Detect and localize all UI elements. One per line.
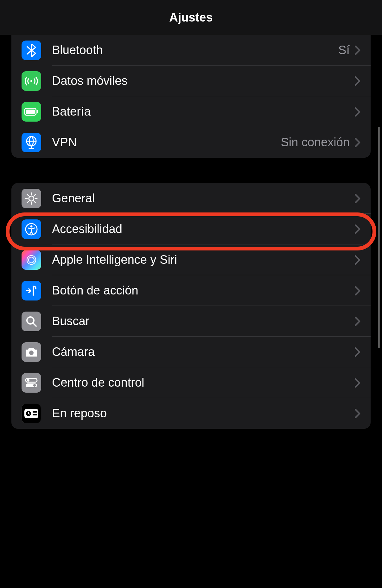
action-icon bbox=[22, 281, 41, 300]
svg-line-16 bbox=[34, 194, 35, 196]
bluetooth-icon bbox=[22, 41, 41, 60]
row-bluetooth[interactable]: Bluetooth Sí bbox=[11, 35, 371, 66]
svg-point-19 bbox=[30, 225, 33, 227]
row-battery[interactable]: Batería bbox=[11, 96, 371, 127]
svg-point-0 bbox=[30, 80, 32, 82]
svg-rect-31 bbox=[33, 411, 37, 413]
row-label: Bluetooth bbox=[52, 43, 338, 57]
row-label: En reposo bbox=[52, 407, 355, 420]
row-value: Sí bbox=[338, 43, 350, 57]
svg-point-26 bbox=[27, 379, 29, 382]
row-label: Buscar bbox=[52, 314, 355, 328]
row-label: General bbox=[52, 192, 355, 205]
search-icon bbox=[22, 312, 41, 331]
svg-line-23 bbox=[33, 323, 36, 326]
svg-rect-32 bbox=[33, 414, 37, 415]
row-value: Sin conexión bbox=[281, 136, 350, 149]
row-standby[interactable]: En reposo bbox=[11, 398, 371, 429]
gear-icon bbox=[22, 189, 41, 208]
svg-line-14 bbox=[27, 194, 29, 196]
row-control-center[interactable]: Centro de control bbox=[11, 367, 371, 398]
row-label: Apple Intelligence y Siri bbox=[52, 253, 355, 267]
row-label: Accesibilidad bbox=[52, 222, 355, 236]
globe-icon bbox=[22, 133, 41, 152]
settings-group-connectivity: Bluetooth Sí Datos móviles bbox=[11, 35, 371, 158]
row-label: Cámara bbox=[52, 345, 355, 359]
chevron-right-icon bbox=[355, 347, 360, 357]
scrollbar[interactable] bbox=[378, 127, 380, 348]
svg-point-24 bbox=[29, 351, 34, 355]
svg-line-17 bbox=[27, 201, 29, 203]
row-mobile-data[interactable]: Datos móviles bbox=[11, 66, 371, 96]
row-apple-intelligence-siri[interactable]: Apple Intelligence y Siri bbox=[11, 244, 371, 275]
row-label: Batería bbox=[52, 105, 355, 118]
chevron-right-icon bbox=[355, 194, 360, 203]
row-general[interactable]: General bbox=[11, 183, 371, 214]
svg-point-21 bbox=[29, 257, 34, 263]
svg-line-15 bbox=[34, 201, 35, 203]
settings-content: Bluetooth Sí Datos móviles bbox=[0, 35, 382, 429]
siri-icon bbox=[22, 250, 41, 270]
settings-group-general: General Accesibilidad Apple Intel bbox=[11, 183, 371, 429]
row-search[interactable]: Buscar bbox=[11, 306, 371, 337]
chevron-right-icon bbox=[355, 107, 360, 117]
svg-rect-3 bbox=[37, 110, 38, 113]
chevron-right-icon bbox=[355, 317, 360, 326]
chevron-right-icon bbox=[355, 138, 360, 147]
accessibility-icon bbox=[22, 219, 41, 239]
row-label: Botón de acción bbox=[52, 284, 355, 297]
battery-icon bbox=[22, 102, 41, 122]
chevron-right-icon bbox=[355, 378, 360, 388]
svg-point-9 bbox=[29, 196, 34, 201]
svg-rect-2 bbox=[26, 110, 35, 114]
row-action-button[interactable]: Botón de acción bbox=[11, 275, 371, 306]
chevron-right-icon bbox=[355, 76, 360, 86]
chevron-right-icon bbox=[355, 286, 360, 295]
header: Ajustes bbox=[0, 0, 382, 35]
row-accessibility[interactable]: Accesibilidad bbox=[11, 214, 371, 244]
page-title: Ajustes bbox=[169, 11, 213, 24]
chevron-right-icon bbox=[355, 224, 360, 234]
row-camera[interactable]: Cámara bbox=[11, 337, 371, 367]
toggles-icon bbox=[22, 373, 41, 393]
chevron-right-icon bbox=[355, 255, 360, 265]
camera-icon bbox=[22, 342, 41, 362]
row-vpn[interactable]: VPN Sin conexión bbox=[11, 127, 371, 158]
standby-icon bbox=[22, 404, 41, 423]
antenna-icon bbox=[22, 71, 41, 91]
row-label: Datos móviles bbox=[52, 74, 355, 88]
chevron-right-icon bbox=[355, 409, 360, 418]
chevron-right-icon bbox=[355, 46, 360, 55]
row-label: Centro de control bbox=[52, 376, 355, 389]
svg-point-28 bbox=[33, 384, 36, 387]
row-label: VPN bbox=[52, 136, 281, 149]
